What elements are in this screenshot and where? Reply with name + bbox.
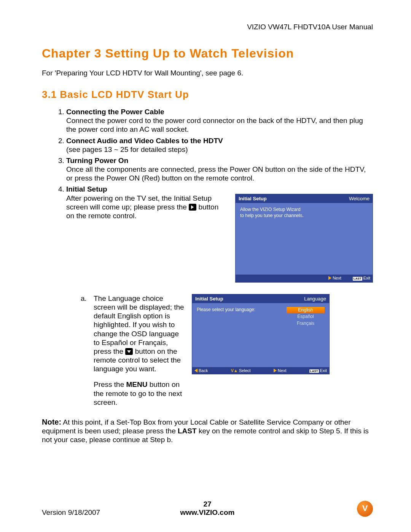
startup-steps-list: Connecting the Power Cable Connect the p…: [42, 107, 373, 283]
osd-exit-button[interactable]: LASTExit: [353, 276, 370, 281]
osd-exit-label-2: Exit: [320, 368, 327, 373]
intro-paragraph: For 'Preparing Your LCD HDTV for Wall Mo…: [42, 69, 373, 77]
select-icon: V▲: [231, 368, 238, 373]
osd-language-prompt: Please select your language:: [197, 307, 283, 364]
osd-welcome-footer: Next LASTExit: [236, 275, 373, 282]
osd-select-label: Select: [239, 368, 251, 373]
chapter-title: Chapter 3 Setting Up to Watch Television: [42, 46, 373, 61]
step-4: Initial Setup After powering on the TV s…: [66, 185, 373, 282]
document-header: VIZIO VW47L FHDTV10A User Manual: [42, 23, 373, 31]
down-arrow-icon: [125, 348, 133, 355]
back-icon: [194, 369, 198, 372]
play-right-icon: [189, 204, 196, 211]
osd-next-label: Next: [333, 276, 341, 280]
osd-welcome-header: Initial Setup Welcome: [236, 194, 373, 203]
osd-exit-button-2[interactable]: LASTExit: [309, 368, 327, 373]
osd-next-button[interactable]: Next: [328, 276, 341, 281]
osd-language-body: Please select your language: English Esp…: [192, 303, 329, 367]
step-1-body: Connect the power cord to the power cord…: [66, 117, 363, 133]
osd-welcome-line2: to help you tune your channels.: [240, 213, 368, 219]
osd-welcome-line1: Allow the VIZIO Setup Wizard: [240, 207, 368, 213]
osd-language-right: Language: [304, 296, 326, 302]
substep-a-p2a: Press the: [94, 380, 126, 388]
osd-welcome-body: Allow the VIZIO Setup Wizard to help you…: [236, 203, 373, 275]
osd-next-label-2: Next: [278, 368, 287, 373]
osd-welcome-title: Initial Setup: [239, 196, 267, 202]
osd-welcome-screen: Initial Setup Welcome Allow the VIZIO Se…: [235, 194, 373, 283]
osd-welcome-right: Welcome: [349, 196, 370, 202]
footer-url: www.VIZIO.com: [180, 508, 235, 516]
osd-language-options: English Español Français: [287, 307, 325, 364]
vizio-logo-icon: [357, 501, 373, 517]
osd-next-button-2[interactable]: Next: [274, 368, 287, 373]
step-1-title: Connecting the Power Cable: [66, 108, 164, 116]
osd-back-button[interactable]: Back: [194, 368, 208, 373]
osd-exit-label: Exit: [363, 276, 370, 280]
section-title: 3.1 Basic LCD HDTV Start Up: [42, 89, 373, 101]
step-2-body: (see pages 13 ~ 25 for detailed steps): [66, 145, 188, 153]
menu-key-label: MENU: [126, 380, 148, 388]
note-label: Note:: [42, 418, 61, 426]
play-icon-2: [274, 369, 277, 372]
language-option-espanol[interactable]: Español: [287, 313, 325, 320]
osd-language-footer: Back V▲Select Next LASTExit: [192, 367, 329, 374]
last-badge-icon-2: LAST: [309, 369, 319, 373]
osd-select-button[interactable]: V▲Select: [231, 368, 251, 373]
step-1: Connecting the Power Cable Connect the p…: [66, 107, 373, 134]
manual-page: VIZIO VW47L FHDTV10A User Manual Chapter…: [0, 0, 411, 532]
note-paragraph: Note: At this point, if a Set-Top Box fr…: [42, 417, 373, 444]
substep-a-row: a. The Language choice screen will be di…: [42, 294, 373, 407]
step-2-title: Connect Audio and Video Cables to the HD…: [66, 137, 223, 145]
step-3-title: Turning Power On: [66, 157, 128, 165]
osd-back-label: Back: [199, 368, 208, 373]
osd-language-screen: Initial Setup Language Please select you…: [192, 294, 330, 374]
step-3: Turning Power On Once all the components…: [66, 156, 373, 183]
substep-a-text: a. The Language choice screen will be di…: [66, 294, 184, 407]
osd-language-title: Initial Setup: [195, 296, 223, 302]
substep-a-label: a.: [81, 294, 87, 303]
step-4-body: After powering on the TV set, the Initia…: [66, 194, 228, 220]
language-option-english[interactable]: English: [287, 307, 325, 314]
language-option-francais[interactable]: Français: [287, 320, 325, 327]
footer-center: 27 www.VIZIO.com: [42, 500, 373, 517]
step-3-body: Once all the components are connected, p…: [66, 165, 366, 182]
play-icon: [328, 276, 331, 280]
step-4-title: Initial Setup: [66, 185, 107, 193]
substep-a-p1a: The Language choice screen will be displ…: [94, 294, 184, 355]
footer-page: 27: [203, 500, 211, 508]
last-badge-icon: LAST: [353, 277, 362, 281]
osd-language-header: Initial Setup Language: [192, 294, 329, 303]
last-key-label: LAST: [178, 427, 197, 435]
step-2: Connect Audio and Video Cables to the HD…: [66, 136, 373, 154]
page-footer: Version 9/18/2007 27 www.VIZIO.com: [42, 501, 373, 517]
